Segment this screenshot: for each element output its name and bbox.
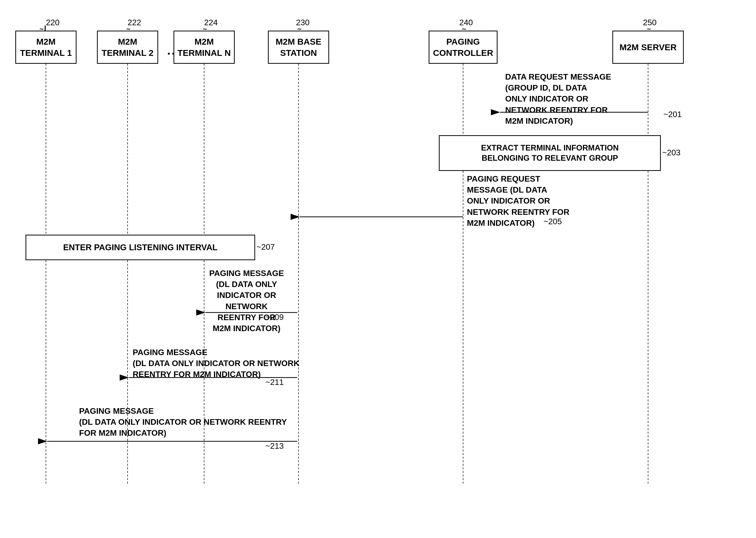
ref-201: ~201 [663, 110, 682, 119]
msg-209-label: PAGING MESSAGE (DL DATA ONLY INDICATOR O… [209, 268, 284, 334]
ref-205: ~205 [543, 217, 562, 226]
entity-m2m-terminal-2: M2M TERMINAL 2 [97, 30, 158, 64]
entity-m2m-server: M2M SERVER [612, 30, 684, 64]
ref-213: ~213 [265, 441, 284, 451]
ref-207: ~207 [256, 242, 275, 252]
msg-201-label: DATA REQUEST MESSAGE (GROUP ID, DL DATA … [505, 72, 611, 127]
entity-paging-controller: PAGING CONTROLLER [429, 30, 498, 64]
ref-211: ~211 [265, 378, 284, 387]
ref-220: 220 [46, 18, 59, 27]
entity-m2m-terminal-1: M2M TERMINAL 1 [15, 30, 77, 64]
step-203-box: EXTRACT TERMINAL INFORMATIONBELONGING TO… [439, 135, 661, 171]
msg-211-label: PAGING MESSAGE (DL DATA ONLY INDICATOR O… [133, 347, 299, 380]
ref-203: ~203 [662, 148, 680, 157]
entity-m2m-terminal-n: M2M TERMINAL N [174, 30, 235, 64]
msg-213-label: PAGING MESSAGE (DL DATA ONLY INDICATOR O… [79, 405, 287, 439]
ref-240: 240 [459, 18, 473, 27]
ref-209: ~209 [265, 312, 284, 322]
entity-m2m-base-station: M2M BASE STATION [268, 30, 329, 64]
step-207-box: ENTER PAGING LISTENING INTERVAL [26, 235, 255, 260]
